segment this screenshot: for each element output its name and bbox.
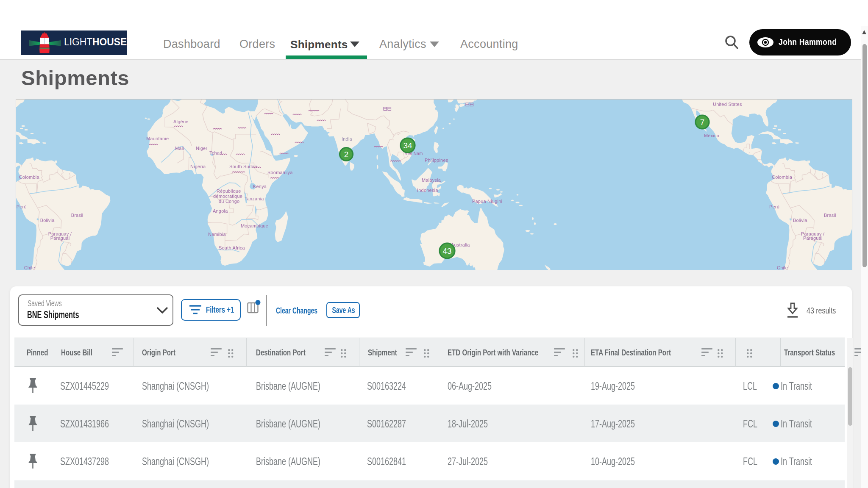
svg-text:Bolivia: Bolivia xyxy=(40,218,55,223)
svg-text:Paraguái: Paraguái xyxy=(803,236,823,241)
svg-text:Brasil: Brasil xyxy=(71,213,83,218)
svg-text:Mali: Mali xyxy=(175,146,184,151)
svg-text:Malaysia: Malaysia xyxy=(422,177,441,183)
svg-text:Perú: Perú xyxy=(17,204,27,209)
svg-text:démocratique: démocratique xyxy=(213,194,242,199)
svg-text:Papua Niugini: Papua Niugini xyxy=(472,199,502,204)
svg-text:South Sudan: South Sudan xyxy=(229,164,257,169)
svg-text:Moçambique: Moçambique xyxy=(241,223,268,228)
svg-text:34: 34 xyxy=(403,141,412,150)
svg-text:Angola: Angola xyxy=(213,208,228,214)
svg-text:Nigeria: Nigeria xyxy=(190,164,206,169)
svg-text:India: India xyxy=(342,136,353,141)
svg-text:Bolivia: Bolivia xyxy=(793,218,807,223)
svg-text:République: République xyxy=(217,189,241,194)
svg-text:43: 43 xyxy=(442,247,451,255)
svg-text:Algérie: Algérie xyxy=(173,119,189,124)
svg-text:Philippines: Philippines xyxy=(425,158,448,163)
svg-text:Paraguái: Paraguái xyxy=(50,236,70,241)
svg-text:LIGHTHOUSE: LIGHTHOUSE xyxy=(64,36,127,47)
svg-text:Tchad: Tchad xyxy=(209,150,222,155)
svg-text:Brasil: Brasil xyxy=(824,213,836,218)
svg-text:Indonesia: Indonesia xyxy=(417,188,438,193)
svg-text:Mauritanie: Mauritanie xyxy=(146,136,169,141)
svg-text:2: 2 xyxy=(344,150,349,159)
svg-text:United States: United States xyxy=(713,102,742,107)
svg-text:Colombia: Colombia xyxy=(772,175,793,180)
svg-text:du Congo: du Congo xyxy=(219,199,239,204)
svg-text:Chile: Chile xyxy=(777,265,788,270)
svg-text:Perú: Perú xyxy=(769,204,779,209)
svg-text:South Africa: South Africa xyxy=(219,245,245,250)
svg-text:México: México xyxy=(704,133,719,138)
svg-text:Soomaaliya: Soomaaliya xyxy=(267,170,293,175)
svg-text:Namibia: Namibia xyxy=(208,232,226,237)
svg-text:7: 7 xyxy=(700,118,705,127)
svg-text:Tanzania: Tanzania xyxy=(245,196,264,201)
svg-text:Kenya: Kenya xyxy=(253,184,267,189)
svg-text:Chile: Chile xyxy=(24,265,35,270)
svg-text:Colombia: Colombia xyxy=(19,175,40,180)
svg-text:Niger: Niger xyxy=(196,146,207,151)
